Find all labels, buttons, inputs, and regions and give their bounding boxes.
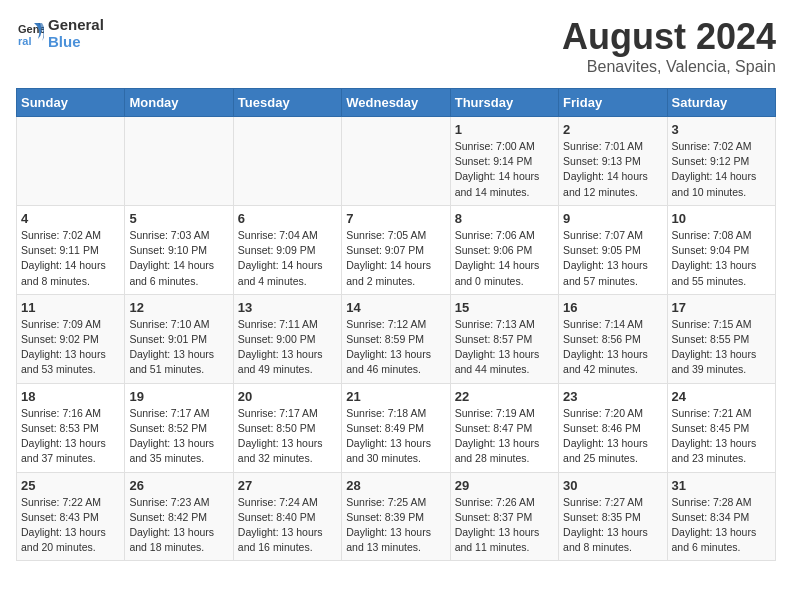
calendar-cell: 5Sunrise: 7:03 AM Sunset: 9:10 PM Daylig… bbox=[125, 205, 233, 294]
cell-content: Sunrise: 7:15 AM Sunset: 8:55 PM Dayligh… bbox=[672, 317, 771, 378]
calendar-cell bbox=[125, 117, 233, 206]
day-number: 10 bbox=[672, 211, 771, 226]
day-number: 6 bbox=[238, 211, 337, 226]
cell-content: Sunrise: 7:23 AM Sunset: 8:42 PM Dayligh… bbox=[129, 495, 228, 556]
header-row: SundayMondayTuesdayWednesdayThursdayFrid… bbox=[17, 89, 776, 117]
cell-content: Sunrise: 7:19 AM Sunset: 8:47 PM Dayligh… bbox=[455, 406, 554, 467]
header-cell-wednesday: Wednesday bbox=[342, 89, 450, 117]
calendar-cell: 6Sunrise: 7:04 AM Sunset: 9:09 PM Daylig… bbox=[233, 205, 341, 294]
cell-content: Sunrise: 7:13 AM Sunset: 8:57 PM Dayligh… bbox=[455, 317, 554, 378]
day-number: 25 bbox=[21, 478, 120, 493]
calendar-cell: 26Sunrise: 7:23 AM Sunset: 8:42 PM Dayli… bbox=[125, 472, 233, 561]
calendar-cell: 10Sunrise: 7:08 AM Sunset: 9:04 PM Dayli… bbox=[667, 205, 775, 294]
day-number: 5 bbox=[129, 211, 228, 226]
day-number: 9 bbox=[563, 211, 662, 226]
day-number: 30 bbox=[563, 478, 662, 493]
cell-content: Sunrise: 7:25 AM Sunset: 8:39 PM Dayligh… bbox=[346, 495, 445, 556]
cell-content: Sunrise: 7:01 AM Sunset: 9:13 PM Dayligh… bbox=[563, 139, 662, 200]
calendar-cell: 13Sunrise: 7:11 AM Sunset: 9:00 PM Dayli… bbox=[233, 294, 341, 383]
calendar-cell: 25Sunrise: 7:22 AM Sunset: 8:43 PM Dayli… bbox=[17, 472, 125, 561]
calendar-cell: 20Sunrise: 7:17 AM Sunset: 8:50 PM Dayli… bbox=[233, 383, 341, 472]
cell-content: Sunrise: 7:00 AM Sunset: 9:14 PM Dayligh… bbox=[455, 139, 554, 200]
cell-content: Sunrise: 7:22 AM Sunset: 8:43 PM Dayligh… bbox=[21, 495, 120, 556]
day-number: 15 bbox=[455, 300, 554, 315]
header-cell-friday: Friday bbox=[559, 89, 667, 117]
calendar-cell: 22Sunrise: 7:19 AM Sunset: 8:47 PM Dayli… bbox=[450, 383, 558, 472]
header-cell-tuesday: Tuesday bbox=[233, 89, 341, 117]
cell-content: Sunrise: 7:17 AM Sunset: 8:50 PM Dayligh… bbox=[238, 406, 337, 467]
calendar-cell: 11Sunrise: 7:09 AM Sunset: 9:02 PM Dayli… bbox=[17, 294, 125, 383]
cell-content: Sunrise: 7:02 AM Sunset: 9:12 PM Dayligh… bbox=[672, 139, 771, 200]
svg-text:ral: ral bbox=[18, 35, 31, 47]
calendar-cell: 4Sunrise: 7:02 AM Sunset: 9:11 PM Daylig… bbox=[17, 205, 125, 294]
title-area: August 2024 Benavites, Valencia, Spain bbox=[562, 16, 776, 76]
day-number: 23 bbox=[563, 389, 662, 404]
cell-content: Sunrise: 7:03 AM Sunset: 9:10 PM Dayligh… bbox=[129, 228, 228, 289]
calendar-cell: 15Sunrise: 7:13 AM Sunset: 8:57 PM Dayli… bbox=[450, 294, 558, 383]
calendar-cell: 9Sunrise: 7:07 AM Sunset: 9:05 PM Daylig… bbox=[559, 205, 667, 294]
calendar-cell: 17Sunrise: 7:15 AM Sunset: 8:55 PM Dayli… bbox=[667, 294, 775, 383]
subtitle: Benavites, Valencia, Spain bbox=[562, 58, 776, 76]
calendar-cell: 7Sunrise: 7:05 AM Sunset: 9:07 PM Daylig… bbox=[342, 205, 450, 294]
cell-content: Sunrise: 7:10 AM Sunset: 9:01 PM Dayligh… bbox=[129, 317, 228, 378]
cell-content: Sunrise: 7:16 AM Sunset: 8:53 PM Dayligh… bbox=[21, 406, 120, 467]
day-number: 20 bbox=[238, 389, 337, 404]
day-number: 12 bbox=[129, 300, 228, 315]
day-number: 24 bbox=[672, 389, 771, 404]
day-number: 1 bbox=[455, 122, 554, 137]
day-number: 11 bbox=[21, 300, 120, 315]
calendar-cell: 3Sunrise: 7:02 AM Sunset: 9:12 PM Daylig… bbox=[667, 117, 775, 206]
day-number: 16 bbox=[563, 300, 662, 315]
day-number: 13 bbox=[238, 300, 337, 315]
calendar-cell: 28Sunrise: 7:25 AM Sunset: 8:39 PM Dayli… bbox=[342, 472, 450, 561]
cell-content: Sunrise: 7:21 AM Sunset: 8:45 PM Dayligh… bbox=[672, 406, 771, 467]
header-cell-sunday: Sunday bbox=[17, 89, 125, 117]
cell-content: Sunrise: 7:05 AM Sunset: 9:07 PM Dayligh… bbox=[346, 228, 445, 289]
calendar-cell: 23Sunrise: 7:20 AM Sunset: 8:46 PM Dayli… bbox=[559, 383, 667, 472]
calendar-cell: 21Sunrise: 7:18 AM Sunset: 8:49 PM Dayli… bbox=[342, 383, 450, 472]
day-number: 29 bbox=[455, 478, 554, 493]
cell-content: Sunrise: 7:18 AM Sunset: 8:49 PM Dayligh… bbox=[346, 406, 445, 467]
header: Gene ral General Blue August 2024 Benavi… bbox=[16, 16, 776, 76]
day-number: 31 bbox=[672, 478, 771, 493]
day-number: 3 bbox=[672, 122, 771, 137]
cell-content: Sunrise: 7:09 AM Sunset: 9:02 PM Dayligh… bbox=[21, 317, 120, 378]
day-number: 8 bbox=[455, 211, 554, 226]
logo: Gene ral General Blue bbox=[16, 16, 104, 50]
calendar-body: 1Sunrise: 7:00 AM Sunset: 9:14 PM Daylig… bbox=[17, 117, 776, 561]
calendar-cell: 2Sunrise: 7:01 AM Sunset: 9:13 PM Daylig… bbox=[559, 117, 667, 206]
header-cell-thursday: Thursday bbox=[450, 89, 558, 117]
day-number: 26 bbox=[129, 478, 228, 493]
calendar-cell: 30Sunrise: 7:27 AM Sunset: 8:35 PM Dayli… bbox=[559, 472, 667, 561]
day-number: 2 bbox=[563, 122, 662, 137]
cell-content: Sunrise: 7:11 AM Sunset: 9:00 PM Dayligh… bbox=[238, 317, 337, 378]
calendar-cell bbox=[233, 117, 341, 206]
logo-line1: General bbox=[48, 16, 104, 33]
calendar-cell: 24Sunrise: 7:21 AM Sunset: 8:45 PM Dayli… bbox=[667, 383, 775, 472]
day-number: 21 bbox=[346, 389, 445, 404]
cell-content: Sunrise: 7:24 AM Sunset: 8:40 PM Dayligh… bbox=[238, 495, 337, 556]
cell-content: Sunrise: 7:06 AM Sunset: 9:06 PM Dayligh… bbox=[455, 228, 554, 289]
calendar-cell: 18Sunrise: 7:16 AM Sunset: 8:53 PM Dayli… bbox=[17, 383, 125, 472]
header-cell-saturday: Saturday bbox=[667, 89, 775, 117]
calendar-cell: 14Sunrise: 7:12 AM Sunset: 8:59 PM Dayli… bbox=[342, 294, 450, 383]
cell-content: Sunrise: 7:20 AM Sunset: 8:46 PM Dayligh… bbox=[563, 406, 662, 467]
cell-content: Sunrise: 7:26 AM Sunset: 8:37 PM Dayligh… bbox=[455, 495, 554, 556]
day-number: 18 bbox=[21, 389, 120, 404]
calendar-cell bbox=[17, 117, 125, 206]
calendar-cell bbox=[342, 117, 450, 206]
day-number: 19 bbox=[129, 389, 228, 404]
calendar-table: SundayMondayTuesdayWednesdayThursdayFrid… bbox=[16, 88, 776, 561]
cell-content: Sunrise: 7:04 AM Sunset: 9:09 PM Dayligh… bbox=[238, 228, 337, 289]
cell-content: Sunrise: 7:28 AM Sunset: 8:34 PM Dayligh… bbox=[672, 495, 771, 556]
calendar-week-3: 11Sunrise: 7:09 AM Sunset: 9:02 PM Dayli… bbox=[17, 294, 776, 383]
day-number: 17 bbox=[672, 300, 771, 315]
cell-content: Sunrise: 7:02 AM Sunset: 9:11 PM Dayligh… bbox=[21, 228, 120, 289]
main-title: August 2024 bbox=[562, 16, 776, 58]
calendar-week-4: 18Sunrise: 7:16 AM Sunset: 8:53 PM Dayli… bbox=[17, 383, 776, 472]
calendar-cell: 16Sunrise: 7:14 AM Sunset: 8:56 PM Dayli… bbox=[559, 294, 667, 383]
cell-content: Sunrise: 7:07 AM Sunset: 9:05 PM Dayligh… bbox=[563, 228, 662, 289]
calendar-header: SundayMondayTuesdayWednesdayThursdayFrid… bbox=[17, 89, 776, 117]
calendar-week-1: 1Sunrise: 7:00 AM Sunset: 9:14 PM Daylig… bbox=[17, 117, 776, 206]
calendar-cell: 29Sunrise: 7:26 AM Sunset: 8:37 PM Dayli… bbox=[450, 472, 558, 561]
